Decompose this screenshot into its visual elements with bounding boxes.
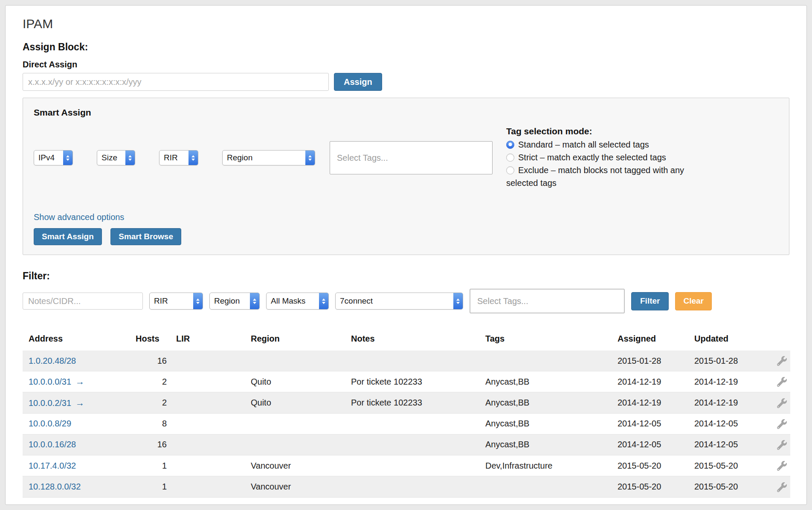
- cell-updated: 2015-01-28: [694, 351, 765, 371]
- cell-address: 10.17.4.0/32: [23, 455, 136, 476]
- select-arrows-icon: [63, 151, 72, 165]
- cell-notes: Por tickete 102233: [351, 392, 485, 413]
- wrench-icon[interactable]: [777, 398, 787, 408]
- filter-tags-input[interactable]: Select Tags...: [470, 289, 625, 313]
- cell-region: Quito: [251, 392, 351, 413]
- smart-assign-button[interactable]: Smart Assign: [34, 228, 102, 245]
- cell-lir: [176, 476, 251, 497]
- ip-version-select-value: IPv4: [34, 151, 63, 165]
- tag-mode-option[interactable]: Exclude – match blocks not tagged with a…: [506, 164, 685, 189]
- cell-actions: [765, 455, 790, 476]
- address-link[interactable]: 10.0.0.8/29: [29, 419, 71, 428]
- tag-mode-option-label: Standard – match all selected tags: [518, 140, 649, 149]
- select-arrows-icon: [193, 293, 203, 309]
- cell-updated: 2014-12-05: [694, 434, 765, 455]
- cell-address: 10.0.0.0/31→: [23, 371, 136, 392]
- table-row: 10.0.0.0/31→2QuitoPor tickete 102233Anyc…: [23, 371, 790, 392]
- column-header-hosts: Hosts: [136, 329, 176, 351]
- cell-address: 10.0.0.2/31→: [23, 392, 136, 413]
- tag-mode-heading: Tag selection mode:: [506, 126, 707, 136]
- filter-resource-select-value: 7connect: [336, 293, 453, 309]
- notes-cidr-input[interactable]: [23, 293, 143, 310]
- cell-assigned: 2015-05-20: [618, 476, 694, 497]
- filter-masks-select[interactable]: All Masks: [266, 293, 329, 310]
- table-row: 10.0.0.2/31→2QuitoPor tickete 102233Anyc…: [23, 392, 790, 413]
- wrench-icon[interactable]: [777, 419, 787, 429]
- smart-tags-input[interactable]: Select Tags...: [330, 141, 493, 174]
- column-header-updated: Updated: [694, 329, 765, 351]
- tag-mode-option-label: Strict – match exactly the selected tags: [518, 153, 666, 162]
- radio-selected-icon[interactable]: [506, 141, 514, 149]
- filter-rir-select[interactable]: RIR: [149, 293, 203, 310]
- cell-updated: 2015-05-20: [694, 476, 765, 497]
- drill-down-arrow-icon[interactable]: →: [75, 398, 84, 408]
- cell-updated: 2015-05-20: [694, 455, 765, 476]
- size-select-value: Size: [97, 151, 125, 165]
- cell-hosts: 8: [136, 413, 176, 434]
- drill-down-arrow-icon[interactable]: →: [75, 377, 84, 386]
- cell-tags: Anycast,BB: [485, 392, 618, 413]
- tag-mode-option[interactable]: Strict – match exactly the selected tags: [506, 151, 707, 164]
- address-link[interactable]: 10.0.0.2/31: [29, 398, 71, 408]
- address-link[interactable]: 1.0.20.48/28: [29, 356, 76, 365]
- smart-assign-controls: IPv4 Size RIR Region Select Tags... Tag …: [34, 126, 778, 189]
- ip-version-select[interactable]: IPv4: [34, 150, 73, 165]
- cell-actions: [765, 434, 790, 455]
- assign-button[interactable]: Assign: [334, 73, 382, 91]
- address-link[interactable]: 10.0.0.0/31: [29, 377, 71, 386]
- smart-assign-panel: Smart Assign IPv4 Size RIR Region Select…: [23, 98, 789, 255]
- cell-lir: [176, 434, 251, 455]
- region-select-value: Region: [223, 151, 305, 165]
- cell-tags: Anycast,BB: [485, 371, 618, 392]
- address-link[interactable]: 10.0.0.16/28: [29, 440, 76, 449]
- filter-rir-select-value: RIR: [150, 293, 193, 309]
- direct-assign-input[interactable]: [23, 73, 329, 91]
- address-link[interactable]: 10.17.4.0/32: [29, 461, 76, 470]
- cell-region: [251, 413, 351, 434]
- filter-tags-placeholder: Select Tags...: [477, 296, 528, 306]
- column-header-notes: Notes: [351, 329, 485, 351]
- cell-address: 10.0.0.8/29: [23, 413, 136, 434]
- filter-resource-select[interactable]: 7connect: [335, 293, 463, 310]
- filter-heading: Filter:: [23, 270, 789, 282]
- cell-lir: [176, 455, 251, 476]
- address-link[interactable]: 10.128.0.0/32: [29, 482, 81, 491]
- column-header-address: Address: [23, 329, 136, 351]
- cell-region: Vancouver: [251, 476, 351, 497]
- wrench-icon[interactable]: [777, 377, 787, 387]
- tag-mode-options: Standard – match all selected tagsStrict…: [506, 138, 707, 189]
- filter-controls: RIR Region All Masks 7connect Select Tag…: [23, 289, 789, 313]
- cell-notes: [351, 351, 485, 371]
- tag-mode-option[interactable]: Standard – match all selected tags: [506, 138, 707, 151]
- wrench-icon[interactable]: [777, 482, 787, 492]
- clear-button[interactable]: Clear: [675, 292, 712, 310]
- wrench-icon[interactable]: [777, 440, 787, 450]
- show-advanced-options-link[interactable]: Show advanced options: [34, 212, 124, 222]
- wrench-icon[interactable]: [777, 461, 787, 471]
- filter-region-select[interactable]: Region: [209, 293, 260, 310]
- smart-assign-heading: Smart Assign: [34, 107, 778, 118]
- rir-select[interactable]: RIR: [159, 150, 198, 165]
- cell-tags: Dev,Infrastructure: [485, 455, 618, 476]
- select-arrows-icon: [453, 293, 463, 309]
- cell-assigned: 2015-01-28: [618, 351, 694, 371]
- cell-hosts: 1: [136, 476, 176, 497]
- cell-address: 1.0.20.48/28: [23, 351, 136, 371]
- smart-browse-button[interactable]: Smart Browse: [110, 228, 181, 245]
- cell-tags: [485, 351, 618, 371]
- size-select[interactable]: Size: [97, 150, 135, 165]
- page-title: IPAM: [23, 17, 789, 31]
- cell-notes: [351, 455, 485, 476]
- cell-updated: 2014-12-05: [694, 413, 765, 434]
- radio-icon[interactable]: [506, 154, 514, 162]
- region-select[interactable]: Region: [222, 150, 315, 165]
- wrench-icon[interactable]: [777, 356, 787, 366]
- filter-masks-select-value: All Masks: [267, 293, 319, 309]
- filter-button[interactable]: Filter: [631, 292, 669, 310]
- radio-icon[interactable]: [506, 166, 514, 174]
- cell-lir: [176, 413, 251, 434]
- select-arrows-icon: [188, 151, 198, 165]
- table-body: 1.0.20.48/28162015-01-282015-01-2810.0.0…: [23, 351, 790, 497]
- table-row: 10.0.0.16/2816Anycast,BB2014-12-052014-1…: [23, 434, 790, 455]
- tag-mode-option-label: Exclude – match blocks not tagged with a…: [506, 165, 684, 188]
